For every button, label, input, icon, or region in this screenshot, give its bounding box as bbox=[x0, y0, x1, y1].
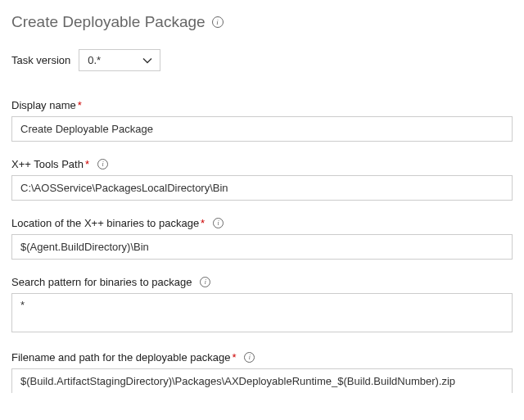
tools-path-input[interactable] bbox=[11, 175, 513, 201]
page-title: Create Deployable Package bbox=[11, 13, 206, 31]
info-icon[interactable]: i bbox=[97, 159, 108, 169]
field-label-row: X++ Tools Path* i bbox=[11, 158, 513, 170]
field-label: Search pattern for binaries to package bbox=[11, 276, 192, 288]
field-tools-path: X++ Tools Path* i bbox=[11, 158, 513, 201]
field-label-row: Display name* bbox=[11, 99, 513, 111]
required-mark: * bbox=[232, 351, 236, 364]
display-name-input[interactable] bbox=[11, 116, 513, 142]
field-label: Location of the X++ binaries to package* bbox=[11, 217, 205, 229]
task-version-value: 0.* bbox=[79, 49, 160, 71]
label-text: Display name bbox=[11, 99, 76, 111]
task-version-label: Task version bbox=[11, 54, 70, 66]
info-icon[interactable]: i bbox=[213, 218, 224, 228]
field-search-pattern: Search pattern for binaries to package i bbox=[11, 276, 513, 335]
field-label: X++ Tools Path* bbox=[11, 158, 89, 170]
info-icon[interactable]: i bbox=[200, 277, 210, 287]
page-header: Create Deployable Package i bbox=[11, 13, 513, 31]
search-pattern-input[interactable] bbox=[11, 293, 513, 332]
task-version-row: Task version 0.* bbox=[11, 49, 513, 71]
required-mark: * bbox=[78, 99, 82, 111]
field-filename: Filename and path for the deployable pac… bbox=[11, 351, 513, 393]
task-version-select[interactable]: 0.* bbox=[79, 49, 160, 71]
info-icon[interactable]: i bbox=[212, 16, 224, 28]
field-label-row: Location of the X++ binaries to package*… bbox=[11, 217, 513, 229]
label-text: X++ Tools Path bbox=[11, 158, 84, 170]
field-label-row: Search pattern for binaries to package i bbox=[11, 276, 513, 288]
required-mark: * bbox=[85, 158, 89, 170]
field-label-row: Filename and path for the deployable pac… bbox=[11, 351, 513, 364]
binaries-location-input[interactable] bbox=[11, 234, 513, 260]
field-label: Filename and path for the deployable pac… bbox=[11, 351, 236, 364]
info-icon[interactable]: i bbox=[244, 352, 255, 363]
label-text: Location of the X++ binaries to package bbox=[11, 217, 199, 229]
field-display-name: Display name* bbox=[11, 99, 513, 142]
field-label: Display name* bbox=[11, 99, 82, 111]
filename-input[interactable] bbox=[11, 368, 513, 393]
label-text: Filename and path for the deployable pac… bbox=[11, 351, 230, 364]
required-mark: * bbox=[201, 217, 205, 229]
field-binaries-location: Location of the X++ binaries to package*… bbox=[11, 217, 513, 260]
